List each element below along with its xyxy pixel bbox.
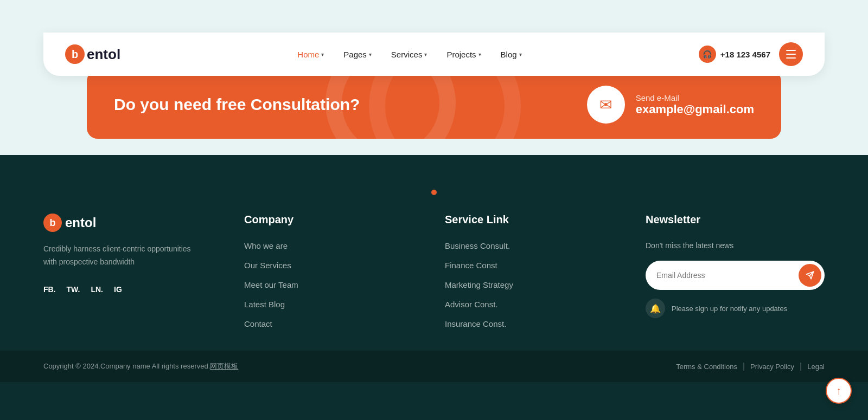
nav-link-blog[interactable]: Blog ▾ xyxy=(501,50,522,59)
link-who-we-are[interactable]: Who we are xyxy=(244,241,288,250)
footer-bottom: Copyright © 2024.Company name All rights… xyxy=(0,351,868,382)
footer-col-brand: b entol Credibly harness client-centric … xyxy=(43,214,222,329)
link-business-consult[interactable]: Business Consult. xyxy=(445,241,510,250)
email-input[interactable] xyxy=(656,271,799,280)
nav-right: 🎧 +18 123 4567 xyxy=(699,42,803,66)
hamburger-line xyxy=(786,54,796,55)
copyright-link[interactable]: 网页模板 xyxy=(210,362,238,370)
email-info: Send e-Mail example@gmail.com xyxy=(636,93,754,117)
footer-logo-icon: b xyxy=(43,214,62,232)
newsletter-title: Newsletter xyxy=(646,214,825,226)
notify-row: 🔔 Please sign up for notify any updates xyxy=(646,299,825,318)
social-link-tw[interactable]: TW. xyxy=(67,285,80,294)
nav-item-pages[interactable]: Pages ▾ xyxy=(343,50,372,59)
chevron-icon: ▾ xyxy=(321,51,324,57)
navbar: b entol Home ▾ Pages ▾ Services ▾ xyxy=(43,33,825,76)
link-our-services[interactable]: Our Services xyxy=(244,261,291,270)
hamburger-line xyxy=(786,50,796,51)
top-bg-strip xyxy=(0,0,868,33)
chevron-icon: ▾ xyxy=(519,51,522,57)
phone-icon: 🎧 xyxy=(699,46,716,63)
link-advisor-const[interactable]: Advisor Const. xyxy=(445,300,498,309)
chevron-icon: ▾ xyxy=(369,51,372,57)
list-item: Meet our Team xyxy=(244,280,423,290)
legal-link[interactable]: Legal xyxy=(807,363,825,371)
social-links: FB. TW. LN. IG xyxy=(43,285,222,294)
service-links: Business Consult. Finance Const Marketin… xyxy=(445,241,624,329)
social-link-ig[interactable]: IG xyxy=(114,285,122,294)
chevron-icon: ▾ xyxy=(478,51,481,57)
nav-item-blog[interactable]: Blog ▾ xyxy=(501,50,522,59)
list-item: Advisor Const. xyxy=(445,300,624,309)
list-item: Latest Blog xyxy=(244,300,423,309)
list-item: Insurance Const. xyxy=(445,319,624,329)
copyright: Copyright © 2024.Company name All rights… xyxy=(43,361,238,371)
footer-grid: b entol Credibly harness client-centric … xyxy=(43,214,825,329)
email-label: Send e-Mail xyxy=(636,93,754,102)
list-item: Who we are xyxy=(244,241,423,251)
footer-logo: b entol xyxy=(43,214,222,232)
nav-link-pages[interactable]: Pages ▾ xyxy=(343,50,372,59)
link-finance-const[interactable]: Finance Const xyxy=(445,261,497,270)
notify-text: Please sign up for notify any updates xyxy=(672,305,787,313)
list-item: Our Services xyxy=(244,261,423,270)
terms-link[interactable]: Terms & Conditions xyxy=(676,363,737,371)
chevron-icon: ▾ xyxy=(424,51,427,57)
nav-item-projects[interactable]: Projects ▾ xyxy=(446,50,481,59)
list-item: Contact xyxy=(244,319,423,329)
social-link-fb[interactable]: FB. xyxy=(43,285,56,294)
link-marketing-strategy[interactable]: Marketing Strategy xyxy=(445,280,513,289)
company-links: Who we are Our Services Meet our Team La… xyxy=(244,241,423,329)
consultation-right: ✉ Send e-Mail example@gmail.com xyxy=(587,86,754,124)
service-col-title: Service Link xyxy=(445,214,624,226)
hamburger-button[interactable] xyxy=(779,42,803,66)
link-latest-blog[interactable]: Latest Blog xyxy=(244,300,285,309)
nav-item-services[interactable]: Services ▾ xyxy=(391,50,427,59)
dot-separator xyxy=(43,188,825,197)
link-insurance-const[interactable]: Insurance Const. xyxy=(445,319,506,328)
link-contact[interactable]: Contact xyxy=(244,319,272,328)
footer-description: Credibly harness client-centric opportun… xyxy=(43,243,222,269)
company-col-title: Company xyxy=(244,214,423,226)
email-submit-button[interactable] xyxy=(799,264,821,287)
footer-col-service: Service Link Business Consult. Finance C… xyxy=(445,214,624,329)
email-input-wrapper xyxy=(646,261,825,290)
link-meet-team[interactable]: Meet our Team xyxy=(244,280,298,289)
hamburger-line xyxy=(786,57,796,59)
consultation-banner: Do you need free Consultation? ✉ Send e-… xyxy=(87,70,781,139)
logo-icon: b xyxy=(65,44,85,64)
consultation-heading: Do you need free Consultation? xyxy=(114,95,360,114)
nav-wrapper: b entol Home ▾ Pages ▾ Services ▾ xyxy=(0,33,868,76)
nav-item-home[interactable]: Home ▾ xyxy=(297,50,324,59)
footer-bottom-links: Terms & Conditions | Privacy Policy | Le… xyxy=(676,361,825,371)
bell-icon: 🔔 xyxy=(646,299,665,318)
nav-links: Home ▾ Pages ▾ Services ▾ Projects xyxy=(297,50,521,59)
consultation-email: example@gmail.com xyxy=(636,102,754,117)
footer-logo-text: entol xyxy=(65,215,96,230)
email-icon-circle: ✉ xyxy=(587,86,625,124)
list-item: Marketing Strategy xyxy=(445,280,624,290)
nav-link-services[interactable]: Services ▾ xyxy=(391,50,427,59)
footer-col-company: Company Who we are Our Services Meet our… xyxy=(244,214,423,329)
list-item: Business Consult. xyxy=(445,241,624,251)
logo-text: entol xyxy=(87,46,120,63)
social-link-ln[interactable]: LN. xyxy=(91,285,103,294)
list-item: Finance Const xyxy=(445,261,624,270)
phone-info: 🎧 +18 123 4567 xyxy=(699,46,770,63)
logo[interactable]: b entol xyxy=(65,44,120,64)
footer-main: b entol Credibly harness client-centric … xyxy=(0,155,868,351)
phone-number: +18 123 4567 xyxy=(720,50,770,59)
dot-icon xyxy=(431,190,437,195)
nav-link-projects[interactable]: Projects ▾ xyxy=(446,50,481,59)
privacy-link[interactable]: Privacy Policy xyxy=(750,363,794,371)
scroll-to-top-button[interactable]: ↑ xyxy=(826,378,852,404)
nav-link-home[interactable]: Home ▾ xyxy=(297,50,324,59)
footer-col-newsletter: Newsletter Don't miss the latest news 🔔 … xyxy=(646,214,825,329)
newsletter-subtitle: Don't miss the latest news xyxy=(646,241,825,250)
